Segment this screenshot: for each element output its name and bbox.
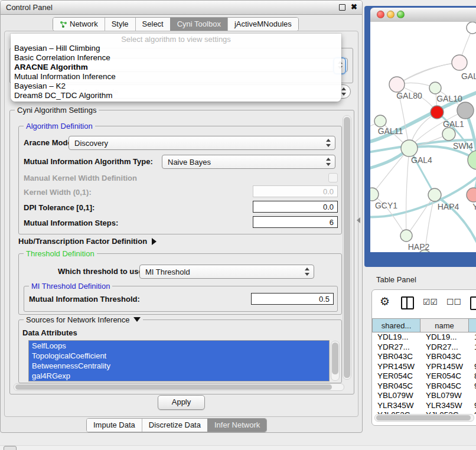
- close-icon[interactable]: ✖: [351, 2, 357, 12]
- sources-title-label: Sources for Network Inference: [26, 315, 130, 324]
- float-window-icon[interactable]: [339, 4, 345, 11]
- network-node-gal4[interactable]: [401, 140, 418, 156]
- node-label: HAP4: [438, 202, 459, 211]
- algorithm-option[interactable]: Mutual Information Inference: [11, 72, 341, 81]
- network-node-gcy1[interactable]: [370, 188, 379, 201]
- cyni-algorithm-settings-group: Cyni Algorithm Settings Algorithm Defini…: [9, 110, 354, 394]
- settings-horizontal-scrollbar[interactable]: [14, 383, 344, 391]
- data-attributes-label: Data Attributes: [22, 328, 77, 337]
- algorithm-option[interactable]: Basic Correlation Inference: [11, 53, 341, 63]
- network-node-gal11[interactable]: [374, 115, 386, 127]
- minimize-traffic-light-icon[interactable]: [387, 11, 395, 18]
- mi-threshold-field[interactable]: 0.5: [251, 293, 334, 305]
- node-label: GAL80: [396, 91, 422, 100]
- algorithm-option[interactable]: ARACNE Algorithm: [11, 63, 341, 72]
- tab-infer-network[interactable]: Infer Network: [207, 419, 266, 432]
- mi-type-combo[interactable]: Naive Bayes: [162, 155, 335, 169]
- network-node[interactable]: [457, 102, 474, 119]
- column-header-name[interactable]: name: [420, 318, 469, 332]
- network-node-hap2[interactable]: [400, 230, 412, 242]
- settings-group-title: Cyni Algorithm Settings: [15, 106, 99, 115]
- close-traffic-light-icon[interactable]: [377, 11, 384, 18]
- table-cell: YER054C: [372, 371, 420, 381]
- tab-impute-data[interactable]: Impute Data: [87, 419, 142, 432]
- expand-right-icon[interactable]: [152, 238, 157, 245]
- node-label: GCY1: [375, 201, 397, 210]
- apply-button[interactable]: Apply: [158, 395, 205, 410]
- attribute-item[interactable]: BetweennessCentrality: [29, 361, 329, 371]
- splitter-collapse-icon[interactable]: [357, 217, 360, 223]
- column-header-shared-name[interactable]: shared...: [372, 318, 420, 332]
- table-horizontal-scrollbar[interactable]: [374, 414, 474, 422]
- table-panel-window: ⚙ ☑☑ ☐☐ shared... name YDL19...YDL19...1…: [371, 289, 476, 426]
- combo-arrows-icon: [341, 87, 347, 96]
- table-cell: YER054C: [420, 371, 469, 381]
- network-view-window: GALGAL80GAL10GAL1GAL11SWI4GAL4GCY1HAP4YH…: [364, 6, 476, 267]
- algorithm-option[interactable]: Bayesian – Hill Climbing: [11, 44, 341, 53]
- table-cell: YBL079W: [420, 391, 469, 401]
- network-node-gal1[interactable]: [431, 106, 444, 119]
- kernel-width-label: Kernel Width (0,1):: [24, 188, 92, 197]
- collapse-down-icon[interactable]: [133, 317, 141, 322]
- attributes-scrollbar[interactable]: [331, 341, 340, 381]
- table-row[interactable]: YDR27...YDR27...12: [372, 343, 476, 353]
- table-row[interactable]: YBR043CYBR043C: [372, 352, 476, 362]
- attribute-item[interactable]: TopologicalCoefficient: [29, 351, 329, 361]
- network-node[interactable]: [467, 22, 476, 34]
- hub-definition-toggle[interactable]: Hub/Transcription Factor Definition: [18, 237, 157, 246]
- table-row[interactable]: YPR145WYPR145W9.: [372, 362, 476, 372]
- algorithm-option[interactable]: Dream8 DC_TDC Algorithm: [11, 91, 341, 100]
- table-row[interactable]: YLR345WYLR345W9.: [372, 401, 476, 411]
- kernel-width-field[interactable]: 0.0: [253, 185, 338, 197]
- sources-group-title[interactable]: Sources for Network Inference: [24, 315, 143, 324]
- column-header-partial[interactable]: [469, 318, 476, 332]
- export-table-icon[interactable]: [470, 296, 476, 310]
- dpi-tolerance-label: DPI Tolerance [0,1]:: [24, 203, 94, 212]
- network-icon: [60, 19, 67, 26]
- combo-arrows-icon: [326, 139, 331, 147]
- aracne-mode-label: Aracne Mode:: [24, 138, 74, 147]
- table-row[interactable]: YBR045CYBR045C9.: [372, 381, 476, 392]
- bottom-tabbar: Impute Data Discretize Data Infer Networ…: [86, 418, 267, 432]
- network-node-swi4[interactable]: [442, 128, 455, 141]
- network-node-gal10[interactable]: [429, 82, 441, 94]
- manual-kernel-checkbox[interactable]: [328, 173, 338, 182]
- show-columns-icon[interactable]: ☑☑: [423, 295, 438, 308]
- tab-select[interactable]: Select: [135, 18, 170, 31]
- tab-style[interactable]: Style: [105, 18, 135, 31]
- split-columns-icon[interactable]: [401, 296, 414, 309]
- hub-definition-label: Hub/Transcription Factor Definition: [18, 237, 147, 246]
- table-row[interactable]: YBL079WYBL079W: [372, 391, 476, 401]
- network-node-hap4[interactable]: [428, 188, 441, 201]
- gear-icon[interactable]: ⚙: [380, 295, 390, 308]
- aracne-mode-combo[interactable]: Discovery: [69, 136, 335, 150]
- network-canvas[interactable]: GALGAL80GAL10GAL1GAL11SWI4GAL4GCY1HAP4YH…: [370, 22, 476, 252]
- table-row[interactable]: YDL19...YDL19...13: [372, 332, 476, 343]
- tab-network[interactable]: Network: [53, 18, 105, 31]
- network-node-y[interactable]: [467, 188, 476, 202]
- algorithm-definition-title: Algorithm Definition: [24, 122, 95, 131]
- table-body[interactable]: YDL19...YDL19...13YDR27...YDR27...12YBR0…: [372, 332, 476, 414]
- tab-jactivemnodules[interactable]: jActiveMNodules: [227, 18, 298, 31]
- table-row[interactable]: YER054CYER054C8.: [372, 371, 476, 381]
- dpi-tolerance-field[interactable]: 0.0: [253, 201, 338, 213]
- tab-cyni-toolbox[interactable]: Cyni Toolbox: [170, 18, 227, 31]
- network-node[interactable]: [468, 151, 476, 169]
- control-panel-titlebar[interactable]: Control Panel ✖: [1, 1, 362, 15]
- tab-discretize-data[interactable]: Discretize Data: [142, 419, 207, 432]
- data-attributes-list[interactable]: SelfLoopsTopologicalCoefficientBetweenne…: [28, 340, 330, 381]
- table-cell: YDL19...: [420, 332, 469, 343]
- settings-vertical-scrollbar[interactable]: [343, 115, 351, 380]
- algorithm-option[interactable]: Bayesian – K2: [11, 81, 341, 91]
- hide-columns-icon[interactable]: ☐☐: [446, 295, 461, 308]
- network-node-gal80[interactable]: [389, 77, 405, 92]
- attribute-item[interactable]: SelfLoops: [29, 341, 329, 351]
- which-threshold-combo[interactable]: MI Threshold: [139, 265, 314, 279]
- zoom-traffic-light-icon[interactable]: [397, 11, 405, 18]
- network-view-titlebar[interactable]: [370, 8, 476, 22]
- mi-steps-field[interactable]: 6: [253, 216, 338, 228]
- network-node-gal[interactable]: [452, 55, 467, 70]
- attribute-item[interactable]: gal4RGexp: [29, 371, 329, 381]
- mi-steps-label: Mutual Information Steps:: [24, 219, 118, 227]
- collapsed-panel-button[interactable]: [4, 446, 17, 450]
